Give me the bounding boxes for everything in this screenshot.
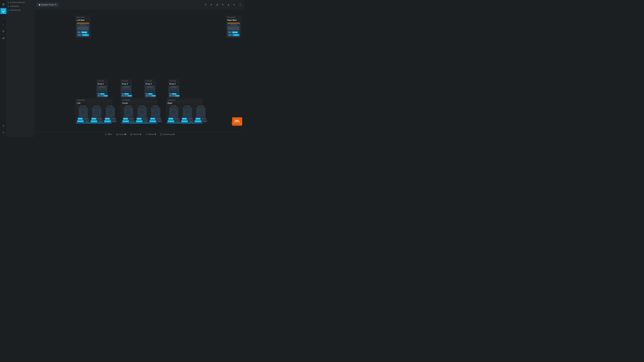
sub-center-1-hz-blue[interactable]: 60 Hz: [123, 118, 128, 120]
nav-group-properties[interactable]: ▶ PROPERTIES: [7, 8, 35, 12]
right-main-array-card[interactable]: Main Arrays Right Main SRX910LA: [226, 16, 241, 38]
sub-right-1-hz-blue[interactable]: 60 Hz: [168, 118, 174, 120]
sub-left-3-hz-gray[interactable]: 80 Hz: [110, 118, 116, 120]
left-main-fill-btn[interactable]: Fill: [77, 34, 82, 36]
speaker-preset-button[interactable]: ◼ Speaker Preset ▼: [37, 3, 58, 7]
left-main-speaker-block[interactable]: SRX910LA FR 80 Hz: [77, 24, 89, 37]
sub-right-1-hz-gray[interactable]: 80 Hz: [174, 118, 179, 120]
sidebar-item-settings[interactable]: ⚙: [0, 129, 6, 135]
sub-right-3-hz-gray[interactable]: 80 Hz: [201, 118, 206, 120]
ff1-speaker-block[interactable]: SRX905LA FR 80 Hz Fill SA Array: [97, 86, 107, 97]
ff2-array-btn[interactable]: Array: [127, 95, 132, 96]
toolbar-download-icon[interactable]: [226, 2, 231, 7]
right-main-fill-btn[interactable]: Fill: [228, 34, 232, 36]
sidebar-item-menu[interactable]: ☰: [0, 1, 6, 7]
ff4-array-btn[interactable]: Array: [175, 95, 180, 96]
sub-left-2-hz-blue[interactable]: 60 Hz: [91, 118, 96, 120]
front-fill-1-card[interactable]: Front Fills Array 1 SRX905LA FR 80 Hz Fi…: [96, 79, 108, 98]
ff4-speaker-block[interactable]: SRX905LA FR 80 Hz Fill SA Array: [169, 86, 178, 97]
front-fill-2-card[interactable]: Front Fills Array 2 SRX905LA FR 80 Hz Fi…: [120, 79, 132, 98]
sub-right-1-forward[interactable]: Forward: [168, 120, 174, 122]
ff4-hz-btn[interactable]: 80 Hz: [172, 93, 176, 95]
left-main-array-btn[interactable]: Array: [82, 34, 89, 36]
front-fill-3-card[interactable]: Front Fills Array 3 SRX905LA FR 80 Hz Fi…: [144, 79, 156, 98]
ff2-speaker-block[interactable]: SRX905LA FR 80 Hz Fill SA Array: [121, 86, 131, 97]
sub-center-2-forward[interactable]: Forward: [136, 120, 143, 122]
sub-center-2-hz-blue[interactable]: 60 Hz: [136, 118, 142, 120]
ff3-fr-btn[interactable]: FR: [146, 93, 148, 95]
ff1-sa-btn[interactable]: SA: [100, 95, 103, 96]
right-main-array-btn[interactable]: Array: [232, 34, 240, 36]
sub-left-2-rear-btn[interactable]: Rear: [98, 120, 103, 122]
sub-left-3-forward-btn[interactable]: Forward: [104, 120, 111, 122]
left-main-array-card[interactable]: Main Arrays Left Main SRX910LA: [76, 16, 90, 38]
ff2-fr-btn[interactable]: FR: [122, 93, 124, 95]
sub-center-2-rear[interactable]: Rear: [143, 120, 148, 122]
sub-left-3-rear-btn[interactable]: Rear: [111, 120, 116, 122]
left-main-hz-btn[interactable]: 80 Hz: [81, 31, 88, 33]
toolbar-align-icon[interactable]: [220, 2, 225, 7]
sidebar-item-globe[interactable]: ⊕: [0, 123, 6, 129]
left-main-model: SRX910LA: [77, 24, 89, 26]
right-main-speaker-block[interactable]: SRX910LA FR 80 Hz: [228, 24, 240, 37]
ff1-hz-btn[interactable]: 80 Hz: [100, 93, 104, 95]
sub-right-1-rear[interactable]: Rear: [175, 120, 180, 122]
sub-left-1-rear-btn[interactable]: Rear: [84, 120, 90, 122]
sub-right-unit-2: SRX928S 60 Hz 80 Hz Forward Rear: [181, 105, 194, 122]
sub-right-2-hz-gray[interactable]: 80 Hz: [187, 118, 193, 120]
ff1-array-btn[interactable]: Array: [103, 95, 108, 96]
sub-left-1-hz-gray[interactable]: 80 Hz: [83, 118, 89, 120]
sidebar-item-wireless[interactable]: ◌: [0, 15, 6, 21]
toolbar-eq-icon[interactable]: [215, 2, 219, 7]
sub-right-3-forward[interactable]: Forward: [194, 120, 202, 122]
nav-group-speakers[interactable]: ▶ SPEAKERS: [7, 4, 35, 8]
offline-icon: [105, 133, 107, 135]
svg-point-32: [131, 134, 132, 135]
sub-center-2-hz-gray[interactable]: 80 Hz: [142, 118, 148, 120]
front-fill-4-card[interactable]: Front Fills Array 4 SRX905LA FR 80 Hz Fi…: [168, 79, 180, 98]
toolbar-add-icon[interactable]: [209, 2, 214, 7]
sub-center-3-forward[interactable]: Forward: [149, 120, 156, 122]
right-main-hz-btn[interactable]: 80 Hz: [232, 31, 238, 33]
ff2-title: Array 2: [120, 82, 132, 85]
ff2-fill-btn[interactable]: Fill: [122, 95, 124, 96]
toolbar-fullscreen-icon[interactable]: [238, 2, 242, 7]
ff3-array-btn[interactable]: Array: [151, 95, 156, 96]
ff2-hz-btn[interactable]: 80 Hz: [124, 93, 129, 95]
sub-left-3-hz-blue[interactable]: 60 Hz: [105, 118, 110, 120]
sub-center-1-rear[interactable]: Rear: [130, 120, 135, 122]
right-main-fr-btn[interactable]: FR: [228, 31, 232, 33]
ff4-sa-btn[interactable]: SA: [172, 95, 175, 96]
sidebar-item-monitor[interactable]: [0, 8, 6, 14]
sidebar-item-check[interactable]: ✓: [0, 21, 6, 27]
ff1-fill-btn[interactable]: Fill: [98, 95, 100, 96]
sidebar-item-chart[interactable]: [0, 35, 6, 41]
sub-right-3-rear[interactable]: Rear: [202, 120, 207, 122]
sub-left-1-forward-btn[interactable]: Forward: [77, 120, 84, 122]
sub-center-1-hz-gray[interactable]: 80 Hz: [128, 118, 134, 120]
ff3-fill-btn[interactable]: Fill: [146, 95, 148, 96]
sub-center-3-hz-blue[interactable]: 60 Hz: [150, 118, 155, 120]
sub-right-2-forward[interactable]: Forward: [181, 120, 188, 122]
toolbar-filter-icon[interactable]: [203, 2, 208, 7]
nav-group-system-groups[interactable]: ▶ SYSTEM GROUPS: [7, 1, 35, 4]
ff2-sa-btn[interactable]: SA: [124, 95, 127, 96]
sub-left-1-hz-blue[interactable]: 60 Hz: [78, 118, 83, 120]
ff4-fill-btn[interactable]: Fill: [169, 95, 172, 96]
sub-right-2-rear[interactable]: Rear: [188, 120, 194, 122]
ff1-fr-btn[interactable]: FR: [98, 93, 100, 95]
ff3-speaker-block[interactable]: SRX905LA FR 80 Hz Fill SA Array: [145, 86, 155, 97]
sidebar-item-sliders[interactable]: [0, 28, 6, 34]
ff3-hz-btn[interactable]: 80 Hz: [148, 93, 152, 95]
sub-left-2-forward-btn[interactable]: Forward: [90, 120, 98, 122]
sub-center-3-rear[interactable]: Rear: [157, 120, 162, 122]
sub-center-3-hz-gray[interactable]: 80 Hz: [156, 118, 161, 120]
sub-left-2-hz-gray[interactable]: 80 Hz: [97, 118, 102, 120]
ff3-sa-btn[interactable]: SA: [148, 95, 151, 96]
sub-right-3-hz-blue[interactable]: 60 Hz: [196, 118, 200, 120]
sub-right-2-hz-blue[interactable]: 60 Hz: [182, 118, 187, 120]
toolbar-settings-icon[interactable]: [232, 2, 236, 7]
left-main-fr-btn[interactable]: FR: [77, 31, 81, 33]
ff4-fr-btn[interactable]: FR: [169, 93, 172, 95]
sub-center-1-forward[interactable]: Forward: [122, 120, 129, 122]
